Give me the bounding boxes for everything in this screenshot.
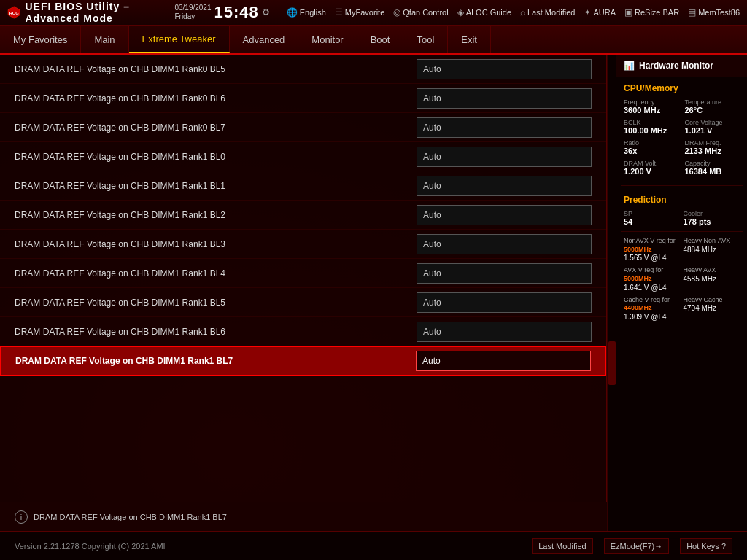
- setting-row-6[interactable]: DRAM DATA REF Voltage on CHB DIMM1 Rank1…: [0, 230, 606, 259]
- cache-row: Cache V req for 4400MHz 1.309 V @L4 Heav…: [616, 294, 747, 323]
- hw-frequency: Frequency 3600 MHz: [621, 96, 682, 117]
- aioc-button[interactable]: ◈ AI OC Guide: [457, 7, 511, 18]
- hotkeys-button[interactable]: Hot Keys ?: [680, 538, 732, 554]
- avx-row: AVX V req for 5000MHz 1.641 V @L4 Heavy …: [616, 264, 747, 293]
- setting-row-5[interactable]: DRAM DATA REF Voltage on CHB DIMM1 Rank1…: [0, 201, 606, 230]
- setting-row-0[interactable]: DRAM DATA REF Voltage on CHB DIMM1 Rank0…: [0, 55, 606, 84]
- setting-row-8[interactable]: DRAM DATA REF Voltage on CHB DIMM1 Rank1…: [0, 288, 606, 317]
- version-text: Version 2.21.1278 Copyright (C) 2021 AMI: [15, 542, 166, 551]
- myfavorite-button[interactable]: ☰ MyFavorite: [335, 7, 384, 18]
- menu-exit[interactable]: Exit: [448, 26, 491, 53]
- setting-row-3[interactable]: DRAM DATA REF Voltage on CHB DIMM1 Rank1…: [0, 142, 606, 171]
- avx-left: AVX V req for 5000MHz 1.641 V @L4: [624, 266, 681, 291]
- ezmode-button[interactable]: EzMode(F7)→: [604, 538, 670, 554]
- time-display: 15:48: [214, 3, 259, 22]
- avx-right: Heavy AVX 4585 MHz: [684, 266, 740, 291]
- setting-label-9: DRAM DATA REF Voltage on CHB DIMM1 Rank1…: [15, 327, 417, 337]
- cpu-memory-grid: Frequency 3600 MHz Temperature 26°C BCLK…: [616, 96, 747, 182]
- menu-boot[interactable]: Boot: [357, 26, 404, 53]
- hw-panel-title: 📊 Hardware Monitor: [616, 55, 747, 77]
- main-layout: DRAM DATA REF Voltage on CHB DIMM1 Rank0…: [0, 55, 747, 531]
- setting-row-2[interactable]: DRAM DATA REF Voltage on CHB DIMM1 Rank0…: [0, 113, 606, 142]
- monitor-icon: 📊: [624, 61, 635, 71]
- globe-icon: 🌐: [287, 7, 298, 18]
- cache-left: Cache V req for 4400MHz 1.309 V @L4: [624, 296, 681, 321]
- memtest-button[interactable]: ▤ MemTest86: [688, 7, 740, 18]
- nonavx-row: NonAVX V req for 5000MHz 1.565 V @L4 Hea…: [616, 235, 747, 264]
- hw-monitor-panel: 📊 Hardware Monitor CPU/Memory Frequency …: [616, 55, 747, 531]
- memtest-icon: ▤: [688, 7, 696, 18]
- resizebar-label: ReSize BAR: [635, 8, 679, 17]
- hw-bclk: BCLK 100.00 MHz: [621, 117, 682, 137]
- nonavx-right: Heavy Non-AVX 4884 MHz: [684, 237, 740, 262]
- header: ROG UEFI BIOS Utility – Advanced Mode 03…: [0, 0, 747, 26]
- setting-label-3: DRAM DATA REF Voltage on CHB DIMM1 Rank1…: [15, 152, 417, 162]
- date-display: 03/19/2021: [174, 4, 211, 12]
- prediction-title: Prediction: [616, 189, 747, 208]
- setting-value-6: Auto: [417, 234, 592, 254]
- setting-value-3: Auto: [417, 147, 592, 167]
- hw-divider: [621, 185, 743, 186]
- cpu-memory-title: CPU/Memory: [616, 77, 747, 96]
- time-block: 03/19/2021 Friday 15:48 ⚙: [174, 3, 269, 22]
- hw-temperature: Temperature 26°C: [682, 96, 743, 117]
- fan-icon: ◎: [393, 7, 400, 18]
- cache-right: Heavy Cache 4704 MHz: [684, 296, 740, 321]
- last-modified-button[interactable]: Last Modified: [532, 538, 592, 554]
- sp-block: SP 54: [624, 210, 681, 226]
- aura-label: AURA: [593, 8, 616, 17]
- logo-block: ROG UEFI BIOS Utility – Advanced Mode: [7, 1, 154, 24]
- menu-main[interactable]: Main: [81, 26, 128, 53]
- hw-capacity: Capacity 16384 MB: [682, 158, 743, 178]
- hw-divider2: [621, 231, 743, 232]
- hotkeys-icon: ?: [721, 542, 726, 551]
- scrollbar[interactable]: [607, 55, 616, 531]
- settings-list: DRAM DATA REF Voltage on CHB DIMM1 Rank0…: [0, 55, 607, 502]
- memtest-label: MemTest86: [698, 8, 740, 17]
- search-icon: ⌕: [520, 7, 525, 18]
- day-display: Friday: [174, 12, 211, 21]
- footer: Version 2.21.1278 Copyright (C) 2021 AMI…: [0, 531, 747, 560]
- qfan-button[interactable]: ◎ Qfan Control: [393, 7, 448, 18]
- info-bar: i DRAM DATA REF Voltage on CHB DIMM1 Ran…: [0, 502, 607, 531]
- search-label: Last Modified: [527, 8, 575, 17]
- setting-row-9[interactable]: DRAM DATA REF Voltage on CHB DIMM1 Rank1…: [0, 317, 606, 346]
- footer-buttons: Last Modified EzMode(F7)→ Hot Keys ?: [532, 538, 732, 554]
- qfan-label: Qfan Control: [403, 8, 448, 17]
- sp-cooler-row: SP 54 Cooler 178 pts: [616, 208, 747, 228]
- menu-extreme-tweaker[interactable]: Extreme Tweaker: [129, 26, 230, 53]
- setting-row-10[interactable]: DRAM DATA REF Voltage on CHB DIMM1 Rank1…: [0, 346, 606, 376]
- scrollbar-thumb[interactable]: [608, 341, 616, 385]
- setting-row-4[interactable]: DRAM DATA REF Voltage on CHB DIMM1 Rank1…: [0, 171, 606, 201]
- app-title: UEFI BIOS Utility – Advanced Mode: [25, 1, 154, 24]
- setting-value-0: Auto: [417, 59, 592, 79]
- language-selector[interactable]: 🌐 English: [287, 7, 326, 18]
- menu-monitor[interactable]: Monitor: [298, 26, 357, 53]
- aura-button[interactable]: ✦ AURA: [584, 7, 616, 18]
- setting-row-7[interactable]: DRAM DATA REF Voltage on CHB DIMM1 Rank1…: [0, 259, 606, 288]
- setting-row-1[interactable]: DRAM DATA REF Voltage on CHB DIMM1 Rank0…: [0, 84, 606, 113]
- setting-label-1: DRAM DATA REF Voltage on CHB DIMM1 Rank0…: [15, 93, 417, 104]
- hw-panel-title-text: Hardware Monitor: [639, 61, 713, 71]
- header-nav: 🌐 English ☰ MyFavorite ◎ Qfan Control ◈ …: [287, 7, 740, 18]
- setting-label-7: DRAM DATA REF Voltage on CHB DIMM1 Rank1…: [15, 268, 417, 279]
- menu-advanced[interactable]: Advanced: [230, 26, 299, 53]
- aura-icon: ✦: [584, 7, 591, 18]
- hw-dram-freq: DRAM Freq. 2133 MHz: [682, 137, 743, 158]
- setting-label-6: DRAM DATA REF Voltage on CHB DIMM1 Rank1…: [15, 239, 417, 249]
- menu-tool[interactable]: Tool: [403, 26, 448, 53]
- setting-label-0: DRAM DATA REF Voltage on CHB DIMM1 Rank0…: [15, 64, 417, 74]
- setting-value-10: Auto: [416, 351, 591, 371]
- setting-value-2: Auto: [417, 117, 592, 138]
- menu-my-favorites[interactable]: My Favorites: [0, 26, 81, 53]
- search-button[interactable]: ⌕ Last Modified: [520, 7, 575, 18]
- aioc-label: AI OC Guide: [466, 8, 511, 17]
- last-modified-label: Last Modified: [538, 542, 586, 551]
- setting-label-5: DRAM DATA REF Voltage on CHB DIMM1 Rank1…: [15, 210, 417, 220]
- setting-value-4: Auto: [417, 176, 592, 196]
- gear-icon[interactable]: ⚙: [262, 7, 270, 18]
- resizebar-button[interactable]: ▣ ReSize BAR: [624, 7, 679, 18]
- info-icon: i: [15, 510, 28, 524]
- language-label: English: [300, 8, 326, 17]
- settings-panel-wrapper: DRAM DATA REF Voltage on CHB DIMM1 Rank0…: [0, 55, 607, 531]
